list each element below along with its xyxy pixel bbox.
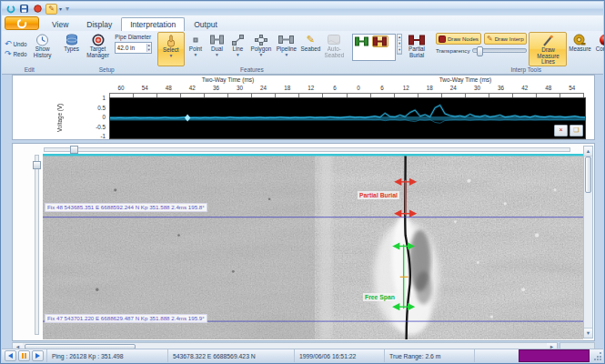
measure-tape-icon: [573, 33, 586, 46]
ribbon: ↶ Undo ↷ Redo Show History Edit: [2, 31, 603, 75]
target-manager-button[interactable]: Target Manager: [84, 32, 113, 66]
stepper-down-icon[interactable]: ▾: [147, 48, 151, 53]
app-logo-icon: [16, 18, 27, 29]
partial-burial-node-icon: [408, 33, 425, 46]
x-tick-label: 24: [441, 85, 465, 92]
dual-button[interactable]: Dual ▾: [207, 32, 227, 66]
select-hand-icon: [165, 34, 176, 47]
group-label-edit: Edit: [3, 66, 56, 74]
gallery-scroll-buttons[interactable]: ▴ ▾ ▾: [397, 34, 402, 55]
measure-button[interactable]: Measure: [567, 32, 592, 66]
free-span-node-item[interactable]: [354, 35, 370, 47]
x-axis-title-right: Two-Way Time (ms): [347, 76, 584, 85]
partial-burial-annotation-label: Partial Burial: [358, 191, 399, 199]
point-node-icon: [190, 33, 201, 46]
transparency-slider-thumb[interactable]: [477, 46, 483, 56]
horizontal-zoom-thumb[interactable]: [70, 146, 78, 154]
polygon-button[interactable]: Polygon ▾: [248, 32, 274, 66]
step-forward-button[interactable]: [32, 350, 44, 361]
draw-nodes-toggle[interactable]: Draw Nodes: [436, 33, 481, 45]
waveform-plot[interactable]: × ❏: [109, 97, 586, 139]
pause-icon: [22, 353, 26, 359]
seabed-pencil-icon: ✎: [307, 33, 315, 46]
sonar-waterfall-image[interactable]: Fix 48 543685.351 E 6688592.244 N Kp 351…: [43, 154, 583, 339]
fix-label-47: Fix 47 543701.220 E 6688629.487 N Kp 351…: [45, 314, 207, 323]
pipe-diameter-stepper[interactable]: ▴ ▾: [146, 44, 151, 52]
transparency-label: Transparency: [436, 47, 470, 54]
x-tick-row: 6054484236302418126061218243036424854: [109, 85, 584, 92]
tab-display[interactable]: Display: [77, 17, 121, 31]
measure-brush-icon: [541, 34, 554, 47]
x-tick-label: 54: [560, 85, 584, 92]
vertical-scrollbar[interactable]: ▲ ▼: [583, 146, 593, 339]
scope-copy-button[interactable]: ❏: [570, 125, 583, 136]
undo-button[interactable]: ↶ Undo: [3, 39, 29, 49]
forward-icon: [35, 353, 40, 359]
types-button[interactable]: Types: [60, 32, 84, 66]
x-tick-label: 54: [133, 85, 156, 92]
transparency-control: Transparency: [436, 47, 528, 54]
qat-dropdown-icon[interactable]: ▾: [59, 5, 62, 12]
pipe-diameter-input[interactable]: [116, 44, 146, 52]
pipeline-button[interactable]: Pipeline ▾: [274, 32, 299, 66]
y-tick-label: 0: [67, 115, 106, 120]
ribbon-group-edit: ↶ Undo ↷ Redo Show History Edit: [2, 31, 57, 74]
tab-output[interactable]: Output: [185, 17, 227, 31]
x-tick-label: 48: [537, 85, 560, 92]
save-icon[interactable]: [18, 4, 30, 15]
vertical-zoom-slider[interactable]: [35, 155, 39, 335]
resize-grip[interactable]: [593, 351, 602, 360]
line-button[interactable]: Line ▾: [227, 32, 248, 66]
app-refresh-icon[interactable]: [5, 4, 16, 15]
record-icon[interactable]: [32, 4, 44, 15]
tab-view[interactable]: View: [43, 17, 77, 31]
scroll-down-icon[interactable]: ▼: [584, 328, 592, 338]
step-back-button[interactable]: [5, 350, 16, 361]
y-tick-label: 0.5: [67, 106, 106, 111]
polygon-node-icon: [255, 33, 267, 46]
x-tick-label: 30: [465, 85, 489, 92]
group-label-features: Features: [157, 66, 347, 74]
status-true-range: True Range: 2.6 m: [385, 349, 475, 362]
scope-clear-button[interactable]: ×: [554, 125, 568, 136]
history-clock-icon: [35, 33, 49, 46]
horizontal-zoom-slider[interactable]: [44, 147, 570, 152]
transparency-slider[interactable]: [472, 48, 527, 53]
gallery-up-icon[interactable]: ▴: [398, 35, 401, 41]
partial-burial-button[interactable]: Partial Burial: [403, 32, 430, 66]
commit-button[interactable]: Commit: [592, 32, 605, 66]
draw-nodes-icon: [439, 35, 446, 43]
point-button[interactable]: Point ▾: [185, 32, 207, 66]
x-tick-label: 6: [370, 85, 394, 92]
select-dropdown-icon[interactable]: ▾: [169, 54, 172, 57]
ribbon-group-setup: Types Target Manager Pipe Diameter ▴ ▾: [59, 31, 155, 74]
commit-sphere-icon: [599, 33, 605, 46]
gallery-more-icon[interactable]: ▾: [398, 47, 401, 54]
tab-interpretation[interactable]: Interpretation: [121, 17, 185, 31]
status-ping-kp: Ping : 26128 Kp : 351.498: [47, 349, 168, 362]
sonar-panel: Fix 48 543685.351 E 6688592.244 N Kp 351…: [12, 143, 595, 341]
draw-interp-toggle[interactable]: ✎ Draw Interp: [484, 33, 527, 45]
y-tick-label: -0.5: [67, 125, 106, 130]
x-tick-label: 48: [156, 85, 180, 92]
scroll-up-icon[interactable]: ▲: [584, 147, 592, 157]
redo-icon: ↷: [5, 50, 12, 58]
pause-button[interactable]: [18, 350, 30, 361]
select-button[interactable]: Select ▾: [157, 32, 185, 66]
show-history-button[interactable]: Show History: [29, 32, 56, 66]
x-tick-label: 12: [299, 85, 323, 92]
partial-burial-node-item[interactable]: [372, 35, 388, 47]
x-tick-label: 42: [513, 85, 537, 92]
x-tick-label: 36: [204, 85, 227, 92]
gallery-down-icon[interactable]: ▾: [398, 41, 401, 47]
redo-button[interactable]: ↷ Redo: [3, 49, 29, 59]
vertical-zoom-thumb[interactable]: [33, 161, 41, 169]
x-tick-label: 36: [489, 85, 513, 92]
vertical-scrollbar-thumb[interactable]: [585, 157, 591, 193]
interp-tool-icon[interactable]: ✎: [45, 4, 57, 15]
line-node-icon: [232, 33, 244, 46]
seabed-button[interactable]: ✎ Seabed: [299, 32, 322, 66]
application-button[interactable]: [5, 16, 39, 30]
draw-measure-lines-button[interactable]: Draw Measure Lines: [529, 32, 567, 66]
pipe-diameter-field: Pipe Diameter ▴ ▾: [113, 32, 154, 66]
